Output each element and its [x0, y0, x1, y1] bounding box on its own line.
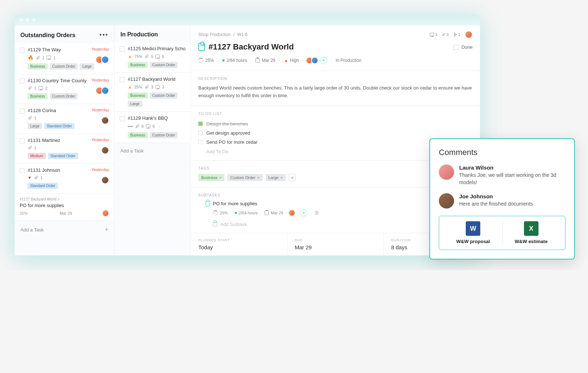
priority-up-icon: ▲ — [128, 84, 132, 90]
task-title: #1125 Medici Primary Scho — [128, 46, 186, 51]
column-menu-icon[interactable]: ••• — [99, 31, 108, 39]
stat-subtasks[interactable]: 1 — [453, 32, 460, 37]
chat-icon — [155, 55, 160, 59]
subtask-card[interactable]: #1127 Backyard World > PO for more suppl… — [15, 194, 114, 221]
traffic-light-min[interactable] — [26, 18, 29, 22]
remove-tag-icon[interactable]: × — [281, 175, 283, 180]
traffic-light-max[interactable] — [32, 18, 36, 22]
tag-chip[interactable]: Large× — [266, 174, 286, 181]
add-tag-button[interactable]: + — [289, 174, 296, 181]
description-section: DESCRIPTION Backyard World needs custom … — [191, 71, 480, 106]
avatar — [102, 210, 109, 217]
todo-checkbox[interactable] — [198, 122, 203, 126]
meta-priority[interactable]: ▲High — [284, 58, 299, 63]
tag-chip[interactable]: Standard Order — [28, 183, 58, 189]
assignee-avatar[interactable] — [311, 57, 318, 64]
subtask-breadcrumb: #1127 Backyard World > — [20, 197, 109, 201]
add-task-label: Add a Task — [20, 227, 44, 233]
task-checkbox[interactable] — [20, 48, 25, 53]
excel-file-icon: X — [524, 221, 539, 236]
stat-comments[interactable]: 3 — [430, 32, 437, 37]
meta-date[interactable]: Mar 29 — [255, 58, 275, 63]
task-title: #1128 Corina — [28, 108, 88, 113]
task-meta-strip: 25% · 2/64 hours · Mar 29 · ▲High · + · … — [191, 57, 480, 71]
task-checkbox[interactable] — [20, 108, 25, 114]
todo-item[interactable]: Get design approved — [198, 128, 473, 138]
add-assignee-button[interactable]: + — [300, 209, 307, 217]
clipboard-icon — [198, 43, 205, 51]
breadcrumb[interactable]: Shop Production / W1-6 — [198, 32, 247, 37]
tag-chip[interactable]: Business — [28, 93, 48, 99]
tag-chip[interactable]: Large — [128, 101, 142, 107]
tag-chip[interactable]: Custom Order — [150, 92, 178, 99]
todo-item[interactable]: Design the benches — [198, 119, 473, 128]
stat-attach[interactable]: 3 — [442, 32, 449, 37]
tag-chip[interactable]: Large — [28, 123, 42, 129]
task-card[interactable]: #1128 Corina Yesterday 1 LargeStandard O… — [15, 104, 114, 134]
tag-chip[interactable]: Standard Order — [48, 153, 78, 159]
tag-chip[interactable]: Business — [128, 62, 148, 68]
main-layout: Outstanding Orders ••• #1129 The Way Yes… — [15, 25, 480, 255]
task-checkbox[interactable] — [120, 116, 125, 121]
done-checkbox[interactable] — [453, 45, 458, 50]
task-card[interactable]: #1131 Martinez Yesterday 1 MediumStandar… — [15, 134, 114, 164]
task-card[interactable]: #1127 Backyard World ▲ 25% 3 3 BusinessC… — [115, 73, 191, 112]
tag-chip[interactable]: Custom Order — [150, 132, 178, 138]
flame-icon: 🔥 — [28, 55, 33, 60]
todo-checkbox[interactable] — [198, 131, 203, 135]
calendar-icon — [265, 211, 269, 215]
task-card[interactable]: #1129 The Way Yesterday 🔥 1 1 BusinessCu… — [15, 43, 114, 74]
add-task-button[interactable]: Add a Task — [115, 143, 191, 159]
done-label: Done — [461, 44, 473, 50]
tag-chip[interactable]: Business× — [198, 174, 225, 181]
tag-chip[interactable]: Business — [128, 132, 148, 138]
task-title: #1127 Backyard World — [128, 76, 186, 82]
task-card[interactable]: #1130 Country Time County Yesterday 1 2 … — [15, 74, 114, 104]
attachment-item[interactable]: X W&W estimate — [502, 221, 560, 245]
tag-chip[interactable]: Custom Order — [150, 62, 178, 68]
column-title: In Production — [120, 31, 158, 38]
progress-ring-icon — [198, 58, 203, 63]
priority-up-icon: ▲ — [284, 58, 288, 63]
task-card[interactable]: #1131 Johnson Yesterday ▼ 1 Standard Ord… — [15, 164, 114, 194]
comment-item: Laura Wilson Thanks Joe, we will start w… — [439, 164, 565, 186]
trash-icon[interactable]: 🗑 — [314, 210, 319, 215]
comments-popover: Comments Laura Wilson Thanks Joe, we wil… — [429, 138, 575, 259]
remove-tag-icon[interactable]: × — [257, 175, 259, 180]
remove-tag-icon[interactable]: × — [219, 175, 222, 180]
assignee-avatar[interactable] — [288, 209, 295, 217]
meta-status[interactable]: In Production — [335, 58, 361, 63]
task-checkbox[interactable] — [120, 77, 125, 82]
meta-hours[interactable]: 2/64 hours — [222, 58, 247, 63]
add-task-button[interactable]: Add a Task + — [15, 221, 114, 239]
meta-progress[interactable]: 25% — [198, 58, 214, 63]
tag-chip[interactable]: Business — [28, 63, 48, 70]
tag-chip[interactable]: Standard Order — [44, 123, 75, 129]
task-checkbox[interactable] — [20, 138, 25, 143]
todo-checkbox[interactable] — [198, 140, 203, 144]
task-card[interactable]: #1129 Hank's BBQ — 6 6 BusinessCustom Or… — [115, 112, 191, 143]
comment-author: Laura Wilson — [459, 164, 565, 171]
tag-chip[interactable]: Large — [80, 63, 94, 70]
clipboard-icon — [206, 201, 210, 206]
attachment-item[interactable]: W W&W proposal — [444, 221, 502, 245]
traffic-light-close[interactable] — [20, 18, 23, 22]
task-card[interactable]: #1125 Medici Primary Scho ▲ 75% 5 6 Busi… — [115, 42, 191, 73]
avatar — [101, 87, 109, 95]
plus-icon: + — [104, 226, 108, 234]
paperclip-icon — [442, 32, 445, 37]
planned-start-cell[interactable]: PLANNED START Today — [191, 233, 287, 255]
description-text[interactable]: Backyard World needs custom benches. Thi… — [198, 84, 473, 100]
tag-chip[interactable]: Business — [128, 92, 148, 99]
add-assignee-button[interactable]: + — [320, 57, 327, 64]
todo-text: Get design approved — [206, 130, 250, 136]
task-checkbox[interactable] — [120, 47, 125, 52]
tag-chip[interactable]: Custom Order — [50, 93, 78, 99]
tag-chip[interactable]: Medium — [28, 153, 46, 159]
task-checkbox[interactable] — [20, 79, 25, 84]
tag-chip[interactable]: Custom Order× — [227, 174, 263, 181]
task-checkbox[interactable] — [20, 168, 25, 173]
user-avatar[interactable] — [465, 31, 473, 39]
due-cell[interactable]: DUE Mar 29 — [287, 233, 384, 255]
tag-chip[interactable]: Custom Order — [50, 63, 78, 70]
